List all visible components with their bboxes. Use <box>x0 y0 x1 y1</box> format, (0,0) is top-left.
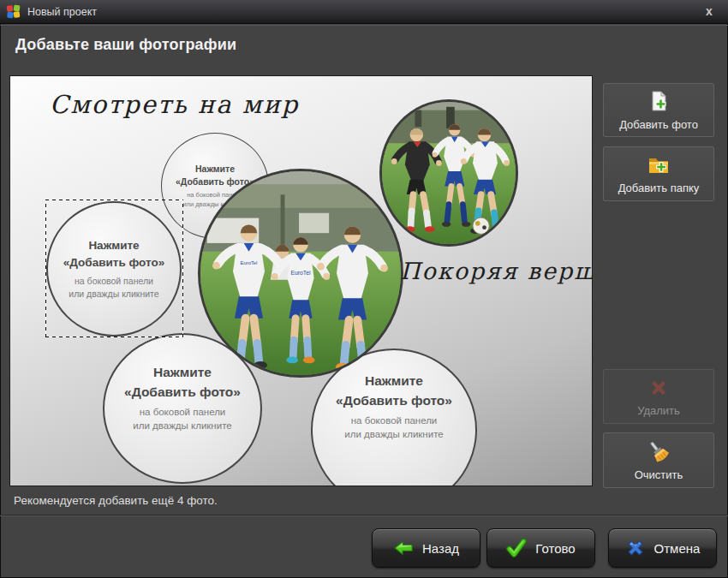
close-icon[interactable]: x <box>701 3 717 19</box>
cancel-x-icon <box>625 538 646 558</box>
clear-button[interactable]: Очистить <box>603 432 714 488</box>
back-button[interactable]: Назад <box>372 528 480 568</box>
window-title: Новый проект <box>27 6 97 18</box>
done-label: Готово <box>535 541 575 556</box>
back-arrow-icon <box>393 538 414 558</box>
add-folder-button[interactable]: Добавить папку <box>603 146 714 201</box>
soccer-photo-celebration: EuroTel EuroTel <box>200 171 401 375</box>
add-folder-label: Добавить папку <box>618 182 700 194</box>
cancel-button[interactable]: Отмена <box>608 528 717 568</box>
collage-caption-top: Смотреть на мир <box>50 90 299 119</box>
titlebar[interactable]: Новый проект x <box>0 0 728 24</box>
clear-broom-icon <box>647 440 671 464</box>
svg-text:EuroTel: EuroTel <box>241 260 258 265</box>
placeholder-line: «Добавить фото» <box>124 382 241 402</box>
done-button[interactable]: Готово <box>486 528 595 568</box>
collage-canvas: Смотреть на мир Нажмите «Добавить фото» … <box>9 75 593 486</box>
collage-caption-right: Покоряя вершины <box>400 258 593 284</box>
placeholder-line: или дважды кликните <box>133 419 231 433</box>
new-project-dialog: Новый проект x Добавьте ваши фотографии … <box>0 0 728 578</box>
placeholder-line: или дважды кликните <box>344 427 443 442</box>
soccer-photo-duel <box>382 102 516 244</box>
placeholder-line: «Добавить фото» <box>336 390 452 410</box>
titlebar-divider <box>0 25 728 26</box>
done-check-icon <box>506 538 527 558</box>
placeholder-line: на боковой панели <box>140 405 226 420</box>
placeholder-line: Нажмите <box>153 362 212 382</box>
page-title: Добавьте ваши фотографии <box>15 36 236 54</box>
back-label: Назад <box>422 541 459 556</box>
delete-icon <box>647 376 671 400</box>
add-photo-icon <box>647 90 671 114</box>
delete-button[interactable]: Удалить <box>603 369 714 424</box>
placeholder-line: Нажмите <box>195 163 235 176</box>
add-photo-button[interactable]: Добавить фото <box>603 83 714 137</box>
photo-slot-filled-center[interactable]: EuroTel EuroTel <box>198 169 403 378</box>
clear-label: Очистить <box>635 468 683 481</box>
footer-divider <box>0 515 728 515</box>
selection-marquee <box>45 200 183 337</box>
app-logo-icon <box>6 4 21 19</box>
photo-slot-filled-top-right[interactable] <box>379 99 518 247</box>
placeholder-line: на боковой панели <box>351 414 438 428</box>
cancel-label: Отмена <box>654 541 701 556</box>
status-text: Рекомендуется добавить ещё 4 фото. <box>14 494 218 507</box>
placeholder-line: Нажмите <box>365 371 423 390</box>
add-photo-label: Добавить фото <box>619 118 698 131</box>
add-folder-icon <box>647 153 671 177</box>
delete-label: Удалить <box>637 404 680 417</box>
svg-text:EuroTel: EuroTel <box>290 270 311 276</box>
